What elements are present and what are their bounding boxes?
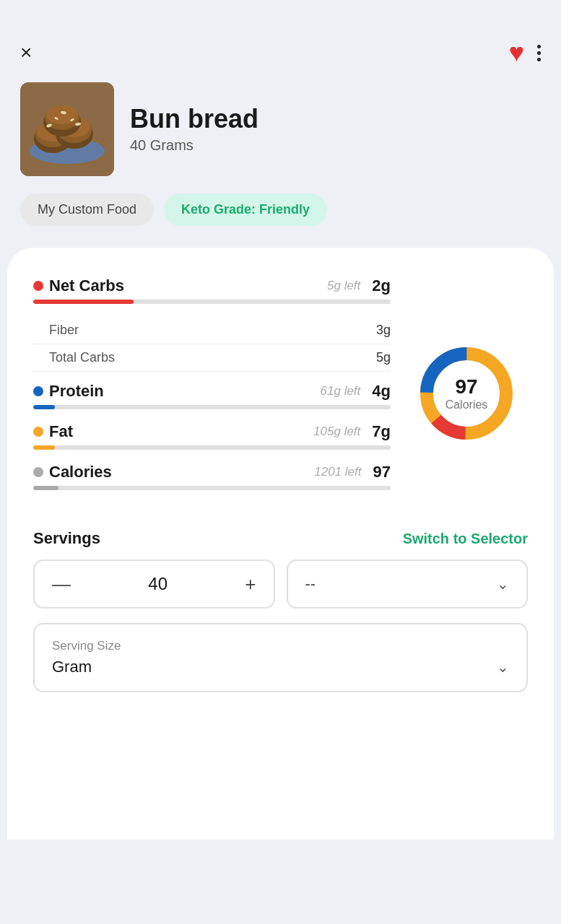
increment-button[interactable]: +	[245, 575, 256, 593]
serving-size-label: Serving Size	[52, 639, 509, 653]
fat-fill	[33, 445, 55, 450]
net-carbs-left: 5g left	[327, 279, 360, 293]
fiber-label: Fiber	[49, 323, 79, 338]
servings-section: Servings Switch to Selector — 40 + -- ⌄ …	[33, 529, 528, 692]
protein-fill	[33, 405, 55, 409]
calories-value: 97	[373, 463, 391, 481]
net-carbs-label: Net Carbs	[49, 276, 321, 295]
fiber-value: 3g	[376, 323, 391, 338]
nutrition-left: Net Carbs 5g left 2g Fiber 3g Total Carb…	[33, 276, 391, 503]
net-carbs-fill	[33, 300, 134, 304]
fat-left: 105g left	[313, 424, 360, 439]
donut-label: 97 Calories	[412, 339, 521, 448]
calories-row: Calories 1201 left 97	[33, 463, 391, 490]
protein-progress	[33, 405, 391, 409]
fat-row: Fat 105g left 7g	[33, 422, 391, 450]
calories-label: Calories	[49, 463, 308, 481]
total-carbs-row: Total Carbs 5g	[33, 344, 391, 372]
calories-progress	[33, 486, 391, 490]
fiber-row: Fiber 3g	[33, 317, 391, 344]
food-title-block: Bun bread 40 Grams	[130, 105, 541, 154]
net-carbs-dot	[33, 281, 43, 291]
fat-dot	[33, 427, 43, 437]
fat-progress	[33, 445, 391, 450]
calories-dot	[33, 467, 43, 477]
selector-chevron-icon: ⌄	[497, 575, 509, 593]
svg-point-10	[46, 105, 78, 124]
protein-dot	[33, 386, 43, 396]
food-weight: 40 Grams	[130, 137, 541, 154]
food-name: Bun bread	[130, 105, 541, 134]
top-bar: × ♥	[0, 0, 561, 82]
food-image	[20, 82, 114, 176]
stepper-value: 40	[148, 574, 168, 594]
selector-current-value: --	[305, 575, 316, 593]
donut-chart-container: 97 Calories	[405, 276, 528, 503]
more-menu-button[interactable]	[537, 45, 541, 61]
protein-left: 61g left	[321, 384, 361, 398]
close-button[interactable]: ×	[20, 43, 32, 63]
serving-size-chevron-icon: ⌄	[497, 658, 509, 676]
donut-calories-value: 97	[455, 375, 477, 398]
serving-stepper: — 40 +	[33, 559, 275, 609]
switch-selector-button[interactable]: Switch to Selector	[403, 531, 528, 547]
serving-size-row: Gram ⌄	[52, 658, 509, 676]
net-carbs-value: 2g	[372, 276, 391, 295]
fat-value: 7g	[372, 422, 391, 441]
fat-label: Fat	[49, 422, 308, 441]
total-carbs-value: 5g	[376, 350, 391, 365]
net-carbs-progress	[33, 300, 391, 304]
keto-grade-badge[interactable]: Keto Grade: Friendly	[164, 193, 327, 226]
servings-label: Servings	[33, 529, 100, 548]
protein-row: Protein 61g left 4g	[33, 382, 391, 409]
protein-label: Protein	[49, 382, 315, 401]
decrement-button[interactable]: —	[52, 575, 71, 593]
serving-type-selector[interactable]: -- ⌄	[287, 559, 529, 609]
net-carbs-row: Net Carbs 5g left 2g	[33, 276, 391, 304]
custom-food-badge[interactable]: My Custom Food	[20, 193, 154, 226]
badges-row: My Custom Food Keto Grade: Friendly	[0, 193, 561, 248]
calories-fill	[33, 486, 58, 490]
serving-size-value: Gram	[52, 658, 92, 676]
main-card: Net Carbs 5g left 2g Fiber 3g Total Carb…	[7, 248, 554, 840]
donut-chart: 97 Calories	[412, 339, 521, 448]
serving-size-dropdown[interactable]: Serving Size Gram ⌄	[33, 623, 528, 692]
protein-value: 4g	[372, 382, 391, 401]
servings-inputs: — 40 + -- ⌄	[33, 559, 528, 609]
servings-header: Servings Switch to Selector	[33, 529, 528, 548]
nutrition-section: Net Carbs 5g left 2g Fiber 3g Total Carb…	[33, 276, 528, 503]
top-actions: ♥	[509, 38, 541, 68]
calories-left: 1201 left	[314, 465, 361, 479]
donut-calories-label: Calories	[445, 398, 488, 411]
total-carbs-label: Total Carbs	[49, 350, 115, 365]
favorite-button[interactable]: ♥	[509, 38, 524, 68]
food-header: Bun bread 40 Grams	[0, 82, 561, 193]
